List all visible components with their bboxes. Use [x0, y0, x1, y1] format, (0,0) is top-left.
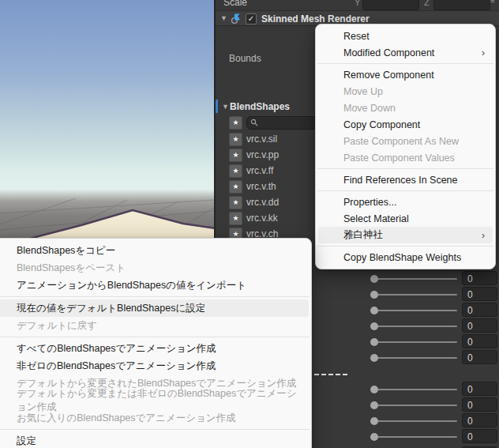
- favorite-star-button[interactable]: ★: [229, 180, 242, 194]
- menu-item-reset[interactable]: Reset: [318, 28, 493, 44]
- menu-item-move-down: Move Down: [318, 100, 493, 116]
- scale-axis-z-label: Z: [424, 0, 430, 7]
- blendshape-name[interactable]: vrc.v.dd: [246, 197, 279, 208]
- bounds-label: Bounds: [229, 53, 261, 64]
- blendshape-name[interactable]: vrc.v.sil: [246, 134, 277, 145]
- scale-label: Scale: [223, 0, 247, 8]
- menu-separator: [317, 168, 493, 169]
- weight-value-field[interactable]: 0: [462, 350, 497, 364]
- menu-item-modified-component[interactable]: Modified Component ›: [318, 44, 493, 61]
- hamburger-icon[interactable]: ≡: [490, 0, 495, 5]
- menu-item-paste-component-as-new: Paste Component As New: [318, 133, 493, 149]
- slider-handle[interactable]: [370, 307, 378, 314]
- search-icon: [250, 119, 258, 126]
- slider-handle[interactable]: [370, 354, 378, 362]
- weight-slider[interactable]: [374, 357, 457, 359]
- menu-separator: [0, 429, 310, 430]
- menu-item-create-anim-changed-or-nonzero: デフォルトから変更または非ゼロのBlendShapesでアニメーション作成: [0, 392, 309, 409]
- slider-handle[interactable]: [370, 433, 378, 441]
- blendshapes-title: BlendShapes: [230, 101, 290, 112]
- menu-item-properties[interactable]: Properties...: [318, 194, 493, 210]
- component-enabled-checkbox[interactable]: ✓: [246, 13, 257, 24]
- weight-slider[interactable]: [374, 405, 457, 406]
- slider-handle[interactable]: [370, 417, 378, 425]
- unity-editor-window: Scale Y Z ≡ ▼ ✓ Skinned Mesh Renderer Bo…: [0, 0, 499, 448]
- component-title: Skinned Mesh Renderer: [261, 13, 370, 24]
- menu-item-paste-blendshapes: BlendShapesをペースト: [0, 259, 309, 277]
- transform-scale-row: Scale Y Z ≡: [216, 0, 499, 10]
- menu-item-gahaku-jinja[interactable]: 雅白神社 ›: [318, 227, 493, 243]
- menu-item-copy-component[interactable]: Copy Component: [318, 116, 493, 133]
- weight-value-field[interactable]: 0: [462, 382, 497, 396]
- menu-separator: [317, 190, 493, 191]
- weight-slider[interactable]: [374, 326, 457, 327]
- scale-y-field[interactable]: [362, 0, 419, 10]
- weight-value-field[interactable]: 0: [462, 334, 497, 348]
- scale-axis-y-label: Y: [355, 0, 360, 7]
- menu-separator: [0, 337, 310, 337]
- slider-handle[interactable]: [370, 401, 378, 409]
- weight-value-field[interactable]: 0: [462, 429, 497, 443]
- submenu-arrow-icon: ›: [482, 230, 485, 241]
- menu-item-import-from-animation[interactable]: アニメーションからBlendShapesの値をインポート: [0, 277, 309, 294]
- weight-slider[interactable]: [374, 294, 457, 296]
- menu-separator: [0, 296, 310, 297]
- blendshape-name[interactable]: vrc.v.kk: [246, 213, 278, 224]
- blendshape-name[interactable]: vrc.v.ff: [246, 165, 273, 176]
- slider-handle[interactable]: [370, 322, 378, 330]
- sky: [0, 0, 214, 199]
- weight-value-field[interactable]: 0: [462, 303, 497, 317]
- menu-item-set-current-as-default[interactable]: 現在の値をデフォルトBlendShapesに設定: [0, 299, 309, 317]
- submenu-arrow-icon: ›: [482, 47, 485, 58]
- menu-item-move-up: Move Up: [318, 83, 493, 100]
- blendshape-name[interactable]: vrc.v.pp: [246, 149, 279, 160]
- favorite-star-button[interactable]: ★: [229, 149, 242, 162]
- menu-item-settings[interactable]: 設定: [0, 432, 309, 448]
- menu-item-copy-blendshape-weights[interactable]: Copy BlendShape Weights: [318, 249, 493, 265]
- menu-item-create-anim-all[interactable]: すべてのBlendShapesでアニメーション作成: [0, 340, 309, 357]
- weight-value-field[interactable]: 0: [462, 287, 497, 301]
- slider-handle[interactable]: [370, 291, 378, 299]
- favorite-star-button[interactable]: ★: [229, 196, 242, 209]
- weight-value-field[interactable]: 0: [462, 413, 497, 427]
- blendshapes-context-menu: BlendShapesをコピー BlendShapesをペースト アニメーション…: [0, 238, 312, 448]
- slider-handle[interactable]: [370, 338, 378, 346]
- menu-item-copy-blendshapes[interactable]: BlendShapesをコピー: [0, 242, 309, 259]
- favorite-star-button[interactable]: ★: [229, 133, 242, 146]
- skinned-mesh-renderer-icon: [231, 13, 242, 27]
- weight-slider[interactable]: [374, 278, 457, 280]
- menu-separator: [317, 63, 493, 64]
- weight-slider[interactable]: [374, 436, 457, 438]
- slider-handle[interactable]: [370, 386, 378, 393]
- weight-value-field[interactable]: 0: [462, 397, 497, 412]
- component-context-menu: Reset Modified Component › Remove Compon…: [315, 24, 496, 269]
- menu-item-revert-to-default: デフォルトに戻す: [0, 317, 309, 334]
- scale-z-field[interactable]: [433, 0, 490, 10]
- favorite-star-button[interactable]: ★: [229, 164, 242, 178]
- menu-item-select-material[interactable]: Select Material: [318, 210, 493, 227]
- slider-handle[interactable]: [370, 275, 378, 283]
- favorites-filter-button[interactable]: ★: [229, 116, 242, 130]
- foldout-triangle-icon[interactable]: ▼: [220, 14, 227, 22]
- menu-item-remove-component[interactable]: Remove Component: [318, 66, 493, 83]
- menu-separator: [317, 246, 493, 247]
- weight-slider[interactable]: [374, 341, 457, 343]
- weight-value-field[interactable]: 0: [462, 318, 497, 333]
- blendshape-separator-dashes: [314, 374, 347, 375]
- weight-slider[interactable]: [374, 420, 457, 422]
- selection-accent-bar: [216, 100, 218, 113]
- menu-item-create-anim-nonzero[interactable]: 非ゼロのBlendShapesでアニメーション作成: [0, 357, 309, 375]
- menu-item-find-references[interactable]: Find References In Scene: [318, 171, 493, 188]
- menu-item-create-anim-favorites: お気に入りのBlendShapesでアニメーション作成: [0, 409, 309, 427]
- blendshape-name[interactable]: vrc.v.th: [246, 181, 276, 192]
- foldout-triangle-icon[interactable]: ▼: [222, 103, 229, 111]
- favorite-star-button[interactable]: ★: [229, 212, 242, 225]
- weight-slider[interactable]: [374, 310, 457, 311]
- weight-slider[interactable]: [374, 389, 457, 390]
- weight-value-field[interactable]: 0: [462, 271, 497, 285]
- menu-item-paste-component-values: Paste Component Values: [318, 149, 493, 166]
